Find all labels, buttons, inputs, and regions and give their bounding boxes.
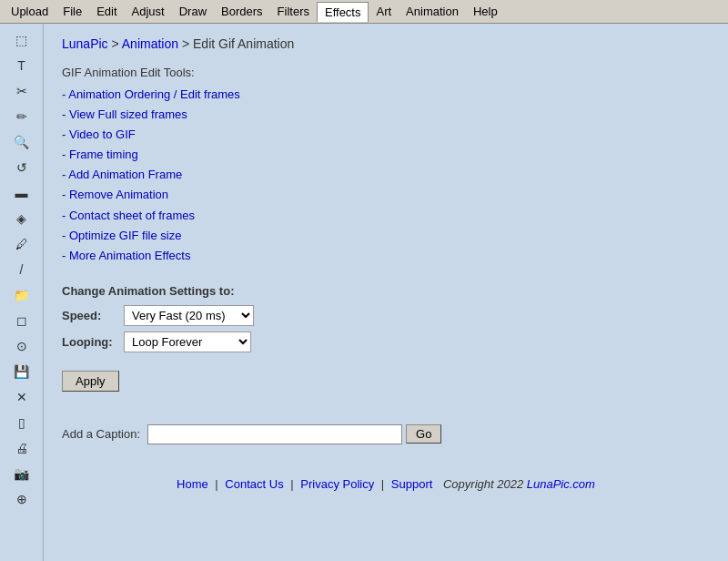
content-area: LunaPic > Animation > Edit Gif Animation… [44,24,728,561]
footer-sep-0: | [212,477,222,491]
dropper-icon[interactable]: 🖊 [9,233,35,255]
menu-item-filters[interactable]: Filters [270,2,317,21]
go-button[interactable]: Go [406,424,441,444]
footer-brand: LunaPic.com [527,477,595,491]
breadcrumb-current: Edit Gif Animation [193,36,294,51]
breadcrumb-home[interactable]: LunaPic [62,36,108,51]
speed-select[interactable]: Very Fast (20 ms)Fast (40 ms)Normal (100… [124,305,254,326]
tools-section: GIF Animation Edit Tools: - Animation Or… [62,66,710,266]
speed-label: Speed: [62,309,124,322]
apply-row: Apply [62,358,710,392]
apply-button[interactable]: Apply [62,371,119,392]
pen-icon[interactable]: / [9,259,35,280]
menu-item-effects[interactable]: Effects [317,2,369,22]
looping-select[interactable]: Loop ForeverPlay OncePlay Twice [124,332,251,352]
menu-bar: UploadFileEditAdjustDrawBordersFiltersEf… [0,0,728,24]
tools-section-label: GIF Animation Edit Tools: [62,66,710,79]
menu-item-help[interactable]: Help [466,2,505,21]
main-layout: ⬚T✂✏🔍↺▬◈🖊/📁◻⊙💾✕▯🖨📷⊕ LunaPic > Animation … [0,24,728,561]
tool-link-contact-sheet-of-frames[interactable]: - Contact sheet of frames [62,206,710,226]
tool-link-add-animation-frame[interactable]: - Add Animation Frame [62,165,710,185]
menu-item-file[interactable]: File [56,2,89,21]
tool-link-view-full-sized-frames[interactable]: - View Full sized frames [62,105,710,125]
footer-links: Home | Contact Us | Privacy Policy | Sup… [177,477,432,491]
tools-links: - Animation Ordering / Edit frames- View… [62,85,710,266]
tool-link-more-animation-effects[interactable]: - More Animation Effects [62,246,710,266]
sidebar: ⬚T✂✏🔍↺▬◈🖊/📁◻⊙💾✕▯🖨📷⊕ [0,24,44,561]
speed-row: Speed: Very Fast (20 ms)Fast (40 ms)Norm… [62,305,710,326]
caption-section: Add a Caption: Go [62,424,710,444]
breadcrumb: LunaPic > Animation > Edit Gif Animation [62,36,710,51]
footer-link-home[interactable]: Home [177,477,208,491]
breadcrumb-section[interactable]: Animation [122,36,178,51]
fill-icon[interactable]: ◈ [9,208,35,230]
camera-icon[interactable]: 📷 [9,463,35,484]
tool-link-remove-animation[interactable]: - Remove Animation [62,185,710,205]
menu-item-upload[interactable]: Upload [4,2,56,21]
tool-link-frame-timing[interactable]: - Frame timing [62,145,710,165]
save-icon[interactable]: 💾 [9,361,35,382]
menu-item-draw[interactable]: Draw [172,2,214,21]
stamp-icon[interactable]: ⊙ [9,335,35,357]
footer: Home | Contact Us | Privacy Policy | Sup… [62,477,710,491]
print-icon[interactable]: 🖨 [9,437,35,459]
settings-title: Change Animation Settings to: [62,284,710,298]
folder-icon[interactable]: 📁 [9,284,35,306]
menu-item-animation[interactable]: Animation [399,2,466,21]
footer-link-contact-us[interactable]: Contact Us [225,477,283,491]
pencil-icon[interactable]: ✏ [9,106,35,128]
caption-input[interactable] [147,424,402,444]
tool-link-video-to-gif[interactable]: - Video to GIF [62,125,710,145]
more-icon[interactable]: ⊕ [9,488,35,510]
crop-icon[interactable]: ✂ [9,80,35,102]
tool-link-optimize-gif-file-size[interactable]: - Optimize GIF file size [62,226,710,246]
footer-link-privacy-policy[interactable]: Privacy Policy [300,477,374,491]
menu-item-edit[interactable]: Edit [89,2,124,21]
footer-link-support[interactable]: Support [391,477,433,491]
close-icon[interactable]: ✕ [9,386,35,408]
erase-icon[interactable]: ◻ [9,310,35,332]
footer-copyright: Copyright 2022 [443,477,527,491]
page-icon[interactable]: ▯ [9,412,35,434]
menu-item-adjust[interactable]: Adjust [125,2,172,21]
zoom-icon[interactable]: 🔍 [9,131,35,153]
footer-sep-2: | [378,477,388,491]
caption-label: Add a Caption: [62,427,140,441]
select-icon[interactable]: ⬚ [9,29,35,51]
footer-sep-1: | [288,477,298,491]
looping-row: Looping: Loop ForeverPlay OncePlay Twice [62,332,710,352]
menu-item-art[interactable]: Art [369,2,399,21]
rect-icon[interactable]: ▬ [9,182,35,204]
breadcrumb-sep1: > [108,36,122,51]
text-icon[interactable]: T [9,55,35,76]
breadcrumb-sep2: > [178,36,193,51]
tool-link-animation-ordering--edit-frames[interactable]: - Animation Ordering / Edit frames [62,85,710,105]
settings-section: Change Animation Settings to: Speed: Ver… [62,284,710,392]
looping-label: Looping: [62,335,124,349]
rotate-icon[interactable]: ↺ [9,157,35,178]
menu-item-borders[interactable]: Borders [214,2,270,21]
